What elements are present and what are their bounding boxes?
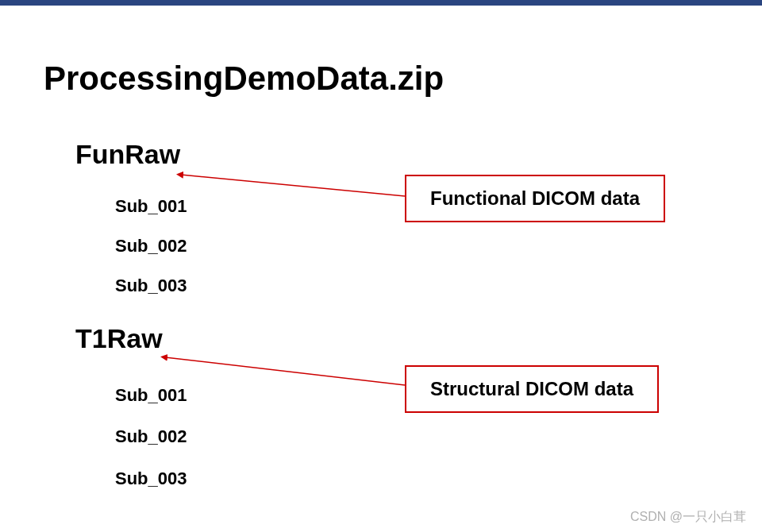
structural-annotation: Structural DICOM data [405,365,659,413]
arrow-functional [175,167,413,206]
svg-line-1 [181,175,405,196]
main-title: ProcessingDemoData.zip [44,60,444,98]
t1raw-item-1: Sub_001 [115,385,187,406]
funraw-item-2: Sub_002 [115,236,187,256]
arrow-structural [159,349,413,393]
t1raw-item-2: Sub_002 [115,426,187,447]
t1raw-heading: T1Raw [75,323,163,354]
funraw-heading: FunRaw [75,139,180,170]
funraw-item-3: Sub_003 [115,276,187,296]
t1raw-item-3: Sub_003 [115,468,187,489]
funraw-item-1: Sub_001 [115,196,187,217]
watermark: CSDN @一只小白茸 [630,509,746,526]
functional-annotation: Functional DICOM data [405,175,665,222]
top-border [0,0,762,6]
svg-line-3 [165,357,405,385]
